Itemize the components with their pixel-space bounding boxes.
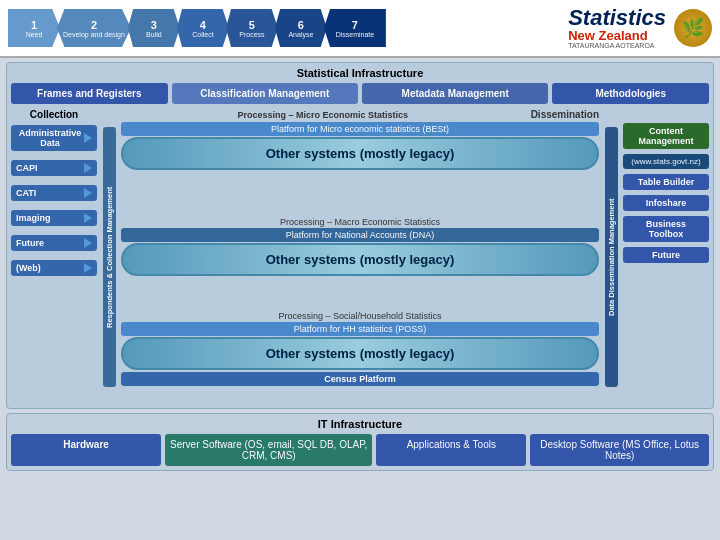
middle-area: Collection Administrative Data CAPI CATI: [11, 109, 709, 404]
step-num: 7: [330, 19, 380, 31]
step-2[interactable]: 2 Develop and design: [57, 9, 131, 47]
item-imaging[interactable]: Imaging: [11, 210, 97, 226]
item-table-builder[interactable]: Table Builder: [623, 174, 709, 190]
step-num: 2: [63, 19, 125, 31]
center-column: Processing – Micro Economic Statistics D…: [121, 109, 599, 404]
item-capi[interactable]: CAPI: [11, 160, 97, 176]
step-label: Process: [232, 31, 272, 38]
item-infoshare[interactable]: Infoshare: [623, 195, 709, 211]
body: Statistical Infrastructure Frames and Re…: [0, 58, 720, 475]
process-steps: 1 Need 2 Develop and design 3 Build 4 Co…: [8, 9, 386, 47]
btn-hardware[interactable]: Hardware: [11, 434, 161, 466]
vert-left-label: Respondents & Collection Management: [99, 109, 119, 404]
legacy1: Other systems (mostly legacy): [121, 137, 599, 170]
stat-infra-title: Statistical Infrastructure: [11, 67, 709, 79]
step-label: Collect: [183, 31, 223, 38]
right-items-list: Content Management (www.stats.govt.nz) T…: [623, 123, 709, 263]
step-num: 1: [14, 19, 54, 31]
section-macro: Processing – Macro Economic Statistics P…: [121, 217, 599, 310]
left-items-list: Administrative Data CAPI CATI Imagi: [11, 125, 97, 276]
btn-frames[interactable]: Frames and Registers: [11, 83, 168, 104]
platform-social: Platform for HH statistics (POSS): [121, 322, 599, 336]
platform-macro: Platform for National Accounts (DNA): [121, 228, 599, 242]
btn-classification[interactable]: Classification Management: [172, 83, 358, 104]
btn-metadata[interactable]: Metadata Management: [362, 83, 548, 104]
vert-respondents: Respondents & Collection Management: [103, 127, 116, 387]
proc-label-macro: Processing – Macro Economic Statistics: [121, 217, 599, 227]
section-micro: Platform for Micro economic statistics (…: [121, 122, 599, 215]
logo-text-block: Statistics New Zealand TATAURANGA AOTEAR…: [568, 7, 666, 49]
step-num: 4: [183, 19, 223, 31]
header: 1 Need 2 Develop and design 3 Build 4 Co…: [0, 0, 720, 58]
census-platform: Census Platform: [121, 372, 599, 386]
step-label: Disseminate: [330, 31, 380, 38]
step-label: Need: [14, 31, 54, 38]
item-cati[interactable]: CATI: [11, 185, 97, 201]
step-num: 3: [134, 19, 174, 31]
proc-label-micro: Processing – Micro Economic Statistics: [121, 110, 525, 120]
step-num: 5: [232, 19, 272, 31]
vert-dissemination: Data Dissemination Management: [605, 127, 618, 387]
dissemination-label: Dissemination: [531, 109, 599, 120]
step-1[interactable]: 1 Need: [8, 9, 60, 47]
legacy2: Other systems (mostly legacy): [121, 243, 599, 276]
item-admin[interactable]: Administrative Data: [11, 125, 97, 151]
vert-right-label: Data Dissemination Management: [601, 109, 621, 404]
step-3[interactable]: 3 Build: [128, 9, 180, 47]
item-web[interactable]: (Web): [11, 260, 97, 276]
btn-desktop-software[interactable]: Desktop Software (MS Office, Lotus Notes…: [530, 434, 709, 466]
item-business-toolbox[interactable]: Business Toolbox: [623, 216, 709, 242]
logo-country: New Zealand: [568, 29, 666, 42]
btn-server-software[interactable]: Server Software (OS, email, SQL DB, OLAP…: [165, 434, 372, 466]
logo-main: Statistics: [568, 7, 666, 29]
item-future[interactable]: Future: [11, 235, 97, 251]
top-buttons-row: Frames and Registers Classification Mana…: [11, 83, 709, 104]
item-content-mgmt[interactable]: Content Management: [623, 123, 709, 149]
item-future-right[interactable]: Future: [623, 247, 709, 263]
it-buttons-row: Hardware Server Software (OS, email, SQL…: [11, 434, 709, 466]
btn-applications[interactable]: Applications & Tools: [376, 434, 526, 466]
legacy3: Other systems (mostly legacy): [121, 337, 599, 370]
btn-methodologies[interactable]: Methodologies: [552, 83, 709, 104]
it-infrastructure: IT Infrastructure Hardware Server Softwa…: [6, 413, 714, 471]
stat-infrastructure: Statistical Infrastructure Frames and Re…: [6, 62, 714, 409]
step-label: Analyse: [281, 31, 321, 38]
step-num: 6: [281, 19, 321, 31]
item-url[interactable]: (www.stats.govt.nz): [623, 154, 709, 169]
step-label: Develop and design: [63, 31, 125, 38]
right-column: Content Management (www.stats.govt.nz) T…: [623, 109, 709, 404]
step-4[interactable]: 4 Collect: [177, 9, 229, 47]
section-social: Processing – Social/Household Statistics…: [121, 311, 599, 404]
it-infra-title: IT Infrastructure: [11, 418, 709, 430]
left-column: Collection Administrative Data CAPI CATI: [11, 109, 97, 404]
step-7[interactable]: 7 Disseminate: [324, 9, 386, 47]
logo-emblem: 🌿: [674, 9, 712, 47]
step-label: Build: [134, 31, 174, 38]
platform-micro: Platform for Micro economic statistics (…: [121, 122, 599, 136]
logo-tagline: TATAURANGA AOTEAROA: [568, 42, 666, 49]
center-top-labels: Processing – Micro Economic Statistics D…: [121, 109, 599, 120]
step-5[interactable]: 5 Process: [226, 9, 278, 47]
collection-label: Collection: [11, 109, 97, 120]
step-6[interactable]: 6 Analyse: [275, 9, 327, 47]
app-container: 1 Need 2 Develop and design 3 Build 4 Co…: [0, 0, 720, 540]
logo: Statistics New Zealand TATAURANGA AOTEAR…: [568, 7, 712, 49]
proc-label-social: Processing – Social/Household Statistics: [121, 311, 599, 321]
